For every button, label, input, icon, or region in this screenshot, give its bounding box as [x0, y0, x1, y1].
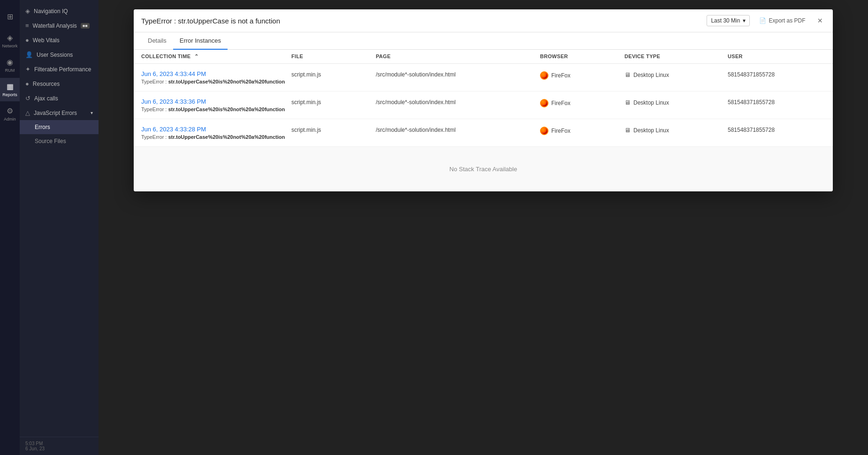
row-browser-1: FireFox — [540, 70, 624, 80]
tab-error-instances-label: Error Instances — [180, 37, 221, 44]
modal-header-controls: Last 30 Min ▾ 📄 Export as PDF × — [707, 15, 825, 26]
sidebar-item-waterfall-analysis[interactable]: ≡ Waterfall Analysis ■■ — [20, 18, 99, 33]
firefox-icon — [540, 71, 548, 80]
modal-table-container: Collection Time ⌃ File Page Browser Devi… — [134, 50, 833, 191]
error-detail-2: str.toUpperCase%20is%20not%20a%20functio… — [168, 106, 285, 112]
no-stack-trace-message: No Stack Trace Available — [134, 147, 833, 191]
sidebar-menu: ◈ Navigation IQ ≡ Waterfall Analysis ■■ … — [20, 0, 99, 437]
export-pdf-button[interactable]: 📄 Export as PDF — [755, 15, 809, 26]
sidebar-item-filterable-performance[interactable]: ✦ Filterable Performance — [20, 62, 99, 76]
modal-title: TypeError : str.toUpperCase is not a fun… — [141, 17, 280, 25]
row-page-2: /src/module*-solution/index.html — [376, 98, 540, 106]
sort-icon: ⌃ — [194, 53, 198, 59]
row-browser-3: FireFox — [540, 126, 624, 135]
modal-dialog: TypeError : str.toUpperCase is not a fun… — [134, 9, 833, 191]
ajax-calls-icon: ↺ — [25, 95, 30, 102]
row-file-3: script.min.js — [291, 126, 376, 133]
row-user-1: 581548371855728 — [728, 70, 822, 78]
sidebar-item-user-sessions[interactable]: 👤 User Sessions — [20, 47, 99, 62]
time-range-label: Last 30 Min — [711, 17, 740, 24]
col-header-browser: Browser — [540, 53, 624, 60]
sidebar-bottom-time: 5:03 PM 6 Jun, 23 — [20, 437, 99, 455]
sidebar-icon-network[interactable]: ◈ Network — [0, 29, 20, 53]
firefox-icon — [540, 99, 548, 107]
row-browser-2: FireFox — [540, 98, 624, 107]
row-page-3: /src/module*-solution/index.html — [376, 126, 540, 133]
rum-icon: ◉ — [7, 58, 13, 67]
user-sessions-icon: 👤 — [25, 51, 33, 58]
device-name-2: Desktop Linux — [633, 99, 669, 106]
sidebar-item-label: Filterable Performance — [34, 66, 91, 73]
timestamp-link-1[interactable]: Jun 6, 2023 4:33:44 PM — [141, 70, 291, 77]
sidebar-item-ajax-calls[interactable]: ↺ Ajax calls — [20, 91, 99, 106]
desktop-icon: 🖥 — [624, 99, 631, 106]
sidebar-icon-nav[interactable]: ⊞ — [0, 5, 20, 28]
firefox-icon — [540, 127, 548, 135]
reports-label: Reports — [2, 92, 17, 97]
chevron-down-icon: ▾ — [743, 17, 746, 24]
tab-error-instances[interactable]: Error Instances — [173, 32, 228, 50]
sidebar-item-label: Ajax calls — [34, 95, 58, 102]
time-range-select[interactable]: Last 30 Min ▾ — [707, 15, 750, 26]
row-page-1: /src/module*-solution/index.html — [376, 70, 540, 78]
error-detail-1: str.toUpperCase%20is%20not%20a%20functio… — [168, 79, 285, 84]
error-text-1: TypeError : str.toUpperCase%20is%20not%2… — [141, 79, 291, 84]
desktop-icon: 🖥 — [624, 127, 631, 134]
current-date: 6 Jun, 23 — [25, 446, 93, 451]
sidebar-icon-admin[interactable]: ⚙ Admin — [0, 102, 20, 126]
table-row: Jun 6, 2023 4:33:44 PM TypeError : str.t… — [134, 64, 833, 91]
col-header-page: Page — [376, 53, 540, 60]
waterfall-badge: ■■ — [81, 23, 90, 29]
col-header-file: File — [291, 53, 376, 60]
browser-name-3: FireFox — [551, 128, 571, 134]
navigation-iq-icon: ◈ — [25, 8, 30, 15]
current-time: 5:03 PM — [25, 441, 93, 446]
col-header-time: Collection Time ⌃ — [141, 53, 291, 60]
row-user-2: 581548371855728 — [728, 98, 822, 106]
sidebar-icon-reports[interactable]: ▦ Reports — [0, 78, 20, 101]
tab-details-label: Details — [148, 37, 167, 44]
sidebar-item-resources[interactable]: ● Resources — [20, 76, 99, 91]
modal-overlay: TypeError : str.toUpperCase is not a fun… — [99, 0, 868, 455]
row-file-2: script.min.js — [291, 98, 376, 106]
web-vitals-icon: ● — [25, 37, 29, 44]
modal-header: TypeError : str.toUpperCase is not a fun… — [134, 9, 833, 32]
modal-tabs: Details Error Instances — [134, 32, 833, 50]
tab-details[interactable]: Details — [141, 32, 173, 50]
waterfall-analysis-icon: ≡ — [25, 22, 29, 29]
sidebar-item-label: Resources — [33, 81, 60, 87]
filterable-performance-icon: ✦ — [25, 66, 30, 73]
modal-close-button[interactable]: × — [815, 15, 825, 26]
no-stack-trace-text: No Stack Trace Available — [449, 166, 517, 173]
sidebar-item-web-vitals[interactable]: ● Web Vitals — [20, 33, 99, 47]
sidebar-item-javascript-errors[interactable]: △ JavaScript Errors ▾ — [20, 106, 99, 120]
sidebar-item-label: Source Files — [35, 138, 66, 144]
error-detail-3: str.toUpperCase%20is%20not%20a%20functio… — [168, 134, 285, 140]
error-prefix-3: TypeError : — [141, 134, 168, 140]
sidebar-item-navigation-iq[interactable]: ◈ Navigation IQ — [20, 4, 99, 18]
timestamp-link-2[interactable]: Jun 6, 2023 4:33:36 PM — [141, 98, 291, 105]
table-row: Jun 6, 2023 4:33:28 PM TypeError : str.t… — [134, 119, 833, 147]
browser-name-1: FireFox — [551, 72, 571, 79]
col-header-device-type: Device Type — [624, 53, 728, 60]
sidebar-item-label: User Sessions — [37, 52, 73, 58]
error-prefix-1: TypeError : — [141, 79, 168, 84]
row-user-3: 581548371855728 — [728, 126, 822, 133]
sidebar-item-label: Errors — [35, 124, 50, 130]
sidebar-icon-rum[interactable]: ◉ RUM — [0, 53, 20, 77]
sidebar-item-source-files[interactable]: Source Files — [20, 134, 99, 148]
col-header-user: User — [728, 53, 822, 60]
javascript-errors-icon: △ — [25, 109, 30, 116]
device-name-3: Desktop Linux — [633, 127, 669, 134]
chevron-down-icon: ▾ — [91, 110, 93, 115]
desktop-icon: 🖥 — [624, 71, 631, 78]
sidebar-icon-strip: ⊞ ◈ Network ◉ RUM ▦ Reports ⚙ Admin — [0, 0, 20, 455]
sidebar-item-errors[interactable]: Errors — [20, 120, 99, 134]
row-file-1: script.min.js — [291, 70, 376, 78]
reports-icon: ▦ — [7, 82, 14, 91]
sidebar-item-label: Navigation IQ — [34, 8, 68, 15]
table-header: Collection Time ⌃ File Page Browser Devi… — [134, 50, 833, 64]
timestamp-link-3[interactable]: Jun 6, 2023 4:33:28 PM — [141, 126, 291, 133]
sidebar-item-label: Waterfall Analysis — [33, 23, 77, 29]
table-row: Jun 6, 2023 4:33:36 PM TypeError : str.t… — [134, 91, 833, 119]
